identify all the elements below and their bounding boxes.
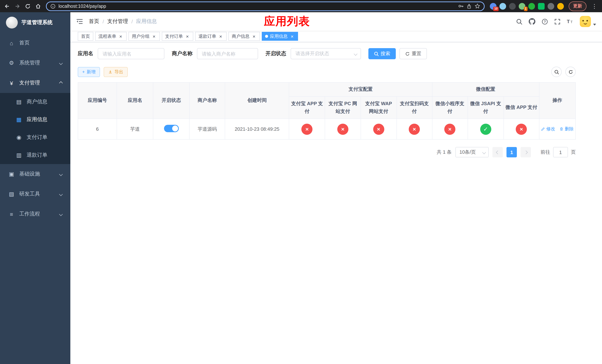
chevron-up-icon [59, 81, 63, 85]
delete-link[interactable]: 删除 [559, 126, 574, 132]
chevron-down-icon [59, 172, 63, 176]
tab-pay-order[interactable]: 支付订单 × [162, 32, 193, 41]
tab-close-icon[interactable]: × [218, 34, 223, 39]
extension-blue-icon[interactable]: 10 [490, 3, 496, 10]
dashboard-icon: ⌂ [8, 40, 15, 46]
tab-process-form[interactable]: 流程表单 × [95, 32, 127, 41]
col-header-merchant: 商户名称 [189, 82, 225, 119]
url-text[interactable]: localhost:1024/pay/app [58, 3, 455, 9]
sidebar-item-refund-order[interactable]: ▥ 退款订单 [0, 146, 70, 164]
reset-button[interactable]: 重置 [399, 48, 427, 59]
sidebar-item-payment-order[interactable]: ◉ 支付订单 [0, 128, 70, 146]
sidebar-item-label: 首页 [19, 40, 30, 46]
extension-pin-icon[interactable] [548, 3, 554, 10]
tab-user-group[interactable]: 用户分组 × [129, 32, 160, 41]
breadcrumb-payment[interactable]: 支付管理 [107, 18, 128, 25]
sidebar-item-dev-tools[interactable]: ▧ 研发工具 [0, 184, 70, 204]
tab-close-icon[interactable]: × [118, 34, 123, 39]
tab-home[interactable]: 首页 [78, 32, 93, 41]
svg-text:T: T [570, 20, 573, 24]
main-area: 首页 / 支付管理 / 应用信息 应用列表 ? [70, 12, 602, 364]
extension-green-icon[interactable]: 1 [519, 3, 525, 10]
github-icon[interactable] [529, 18, 535, 25]
hamburger-icon[interactable] [76, 19, 83, 24]
col-header-alipay-app: 支付宝 APP 支付 [289, 96, 325, 119]
filter-form: 应用名 商户名称 开启状态 请选择开启状态 搜索 [78, 48, 576, 59]
tab-close-icon[interactable]: × [251, 34, 257, 39]
navbar-actions: ? TT [516, 16, 596, 27]
sidebar-item-home[interactable]: ⌂ 首页 [0, 33, 70, 53]
goto-page-input[interactable] [553, 147, 568, 157]
merchant-name-input[interactable] [197, 48, 258, 59]
app-name-input[interactable] [98, 48, 164, 59]
home-icon[interactable] [33, 1, 43, 11]
navbar: 首页 / 支付管理 / 应用信息 应用列表 ? [70, 12, 602, 31]
help-icon[interactable]: ? [542, 18, 548, 25]
col-header-wx-jsapi: 微信 JSAPI 支付 [468, 96, 504, 119]
infrastructure-icon: ▣ [8, 171, 15, 177]
status-toggle[interactable] [164, 125, 179, 132]
breadcrumb-home[interactable]: 首页 [89, 18, 99, 25]
sidebar-item-label: 商户信息 [27, 98, 47, 105]
search-button[interactable]: 搜索 [368, 48, 396, 59]
app-logo-rabbit [6, 17, 18, 29]
add-button[interactable]: + 新增 [78, 67, 100, 77]
cell-wx-app: × [504, 119, 539, 139]
share-icon[interactable] [466, 3, 472, 9]
sidebar-item-system-management[interactable]: ⚙ 系统管理 [0, 53, 70, 73]
tab-label: 支付订单 [165, 33, 183, 39]
password-key-icon[interactable] [458, 3, 463, 9]
tab-label: 退款订单 [198, 33, 216, 39]
font-size-icon[interactable]: TT [567, 19, 573, 24]
tab-close-icon[interactable]: × [151, 34, 157, 39]
pay-order-icon: ◉ [16, 134, 22, 141]
search-icon[interactable] [516, 18, 522, 25]
extension-camera-icon[interactable] [528, 3, 535, 10]
next-page-button[interactable] [521, 147, 531, 157]
tab-label: 应用信息 [270, 33, 288, 39]
extension-drop-icon[interactable] [499, 3, 506, 10]
browser-toolbar: localhost:1024/pay/app 10 1 更新 ⋮ [0, 0, 602, 12]
avatar[interactable] [580, 16, 591, 27]
col-header-wx-mini: 微信小程序支付 [432, 96, 468, 119]
toggle-search-icon[interactable] [551, 67, 562, 77]
breadcrumb-separator: / [103, 19, 104, 24]
table-tools [551, 67, 576, 77]
forward-icon[interactable] [13, 1, 22, 11]
site-info-icon[interactable] [50, 3, 55, 9]
extension-dark-icon[interactable] [509, 3, 516, 10]
tab-close-icon[interactable]: × [290, 34, 295, 39]
cell-alipay-qr: × [397, 119, 432, 139]
breadcrumb: 首页 / 支付管理 / 应用信息 [89, 18, 157, 25]
page-size-select[interactable]: 10条/页 [455, 147, 489, 157]
chevron-down-icon [59, 192, 63, 196]
tab-app-info[interactable]: 应用信息 × [262, 32, 298, 41]
prev-page-button[interactable] [492, 147, 503, 157]
extension-chat-icon[interactable] [538, 3, 545, 10]
status-select[interactable]: 请选择开启状态 [291, 48, 361, 59]
back-icon[interactable] [2, 1, 12, 11]
address-bar[interactable]: localhost:1024/pay/app [46, 1, 485, 11]
sidebar-item-workflow[interactable]: ≡ 工作流程 [0, 204, 70, 224]
payment-submenu: ▤ 商户信息 ▦ 应用信息 ◉ 支付订单 ▥ 退款订单 [0, 93, 70, 164]
refresh-table-icon[interactable] [565, 67, 576, 77]
export-button[interactable]: 导出 [104, 67, 128, 77]
sidebar-item-merchant-info[interactable]: ▤ 商户信息 [0, 93, 70, 111]
reload-icon[interactable] [23, 1, 32, 11]
fullscreen-icon[interactable] [554, 18, 560, 25]
col-header-alipay-qr: 支付宝扫码支付 [397, 96, 432, 119]
user-menu[interactable] [580, 16, 596, 27]
bookmark-star-icon[interactable] [475, 3, 480, 9]
tab-refund-order[interactable]: 退款订单 × [195, 32, 226, 41]
sidebar-item-infrastructure[interactable]: ▣ 基础设施 [0, 164, 70, 184]
page-number-1[interactable]: 1 [506, 147, 517, 157]
sidebar-item-app-info[interactable]: ▦ 应用信息 [0, 111, 70, 128]
browser-update-button[interactable]: 更新 [569, 1, 586, 11]
tab-merchant-info[interactable]: 商户信息 × [228, 32, 260, 41]
sidebar-item-payment-management[interactable]: ¥ 支付管理 [0, 73, 70, 93]
browser-menu-icon[interactable]: ⋮ [589, 3, 600, 10]
page-unit-label: 页 [571, 149, 576, 156]
tab-close-icon[interactable]: × [185, 34, 190, 39]
edit-link[interactable]: 修改 [541, 126, 555, 132]
profile-avatar-icon[interactable] [557, 3, 564, 10]
